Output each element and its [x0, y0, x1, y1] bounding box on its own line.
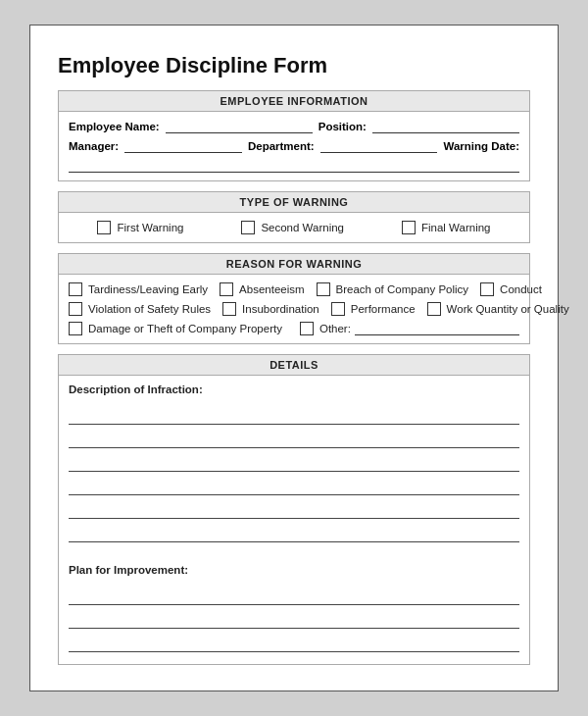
desc-line-4[interactable] — [69, 474, 519, 495]
desc-line-6[interactable] — [69, 521, 519, 542]
employee-name-field[interactable] — [166, 120, 313, 133]
final-warning-label: Final Warning — [421, 222, 491, 233]
desc-line-2[interactable] — [69, 427, 519, 448]
conduct-label: Conduct — [500, 283, 542, 295]
improvement-lines[interactable] — [69, 584, 519, 652]
insubordination-checkbox[interactable] — [222, 302, 236, 316]
description-label: Description of Infraction: — [69, 384, 519, 395]
details-header: DETAILS — [58, 354, 530, 376]
other-checkbox[interactable] — [300, 322, 314, 335]
first-warning-label: First Warning — [117, 222, 183, 233]
description-lines[interactable] — [69, 403, 519, 542]
second-warning-label: Second Warning — [261, 222, 344, 233]
damage-theft-checkbox[interactable] — [69, 322, 82, 335]
form-container: Employee Discipline Form EMPLOYEE INFORM… — [29, 25, 559, 691]
reason-row-1: Tardiness/Leaving Early Absenteeism Brea… — [69, 282, 519, 296]
reason-grid-body: Tardiness/Leaving Early Absenteeism Brea… — [58, 275, 530, 344]
insubordination-label: Insubordination — [242, 303, 319, 315]
damage-theft-item[interactable]: Damage or Theft of Company Property — [69, 322, 282, 335]
final-warning-item[interactable]: Final Warning — [402, 221, 491, 234]
name-position-row: Employee Name: Position: — [69, 120, 519, 133]
absenteeism-label: Absenteeism — [239, 283, 304, 295]
details-section: DETAILS Description of Infraction: Plan … — [58, 354, 530, 665]
warning-options-row: First Warning Second Warning Final Warni… — [58, 213, 530, 243]
work-quality-checkbox[interactable] — [427, 302, 441, 316]
insubordination-item[interactable]: Insubordination — [222, 302, 319, 316]
reason-row-2: Violation of Safety Rules Insubordinatio… — [69, 302, 519, 316]
other-item[interactable]: Other: — [300, 322, 351, 335]
desc-line-5[interactable] — [69, 497, 519, 519]
performance-checkbox[interactable] — [331, 302, 345, 316]
tardiness-item[interactable]: Tardiness/Leaving Early — [69, 282, 208, 296]
breach-checkbox[interactable] — [317, 282, 330, 296]
absenteeism-checkbox[interactable] — [220, 282, 233, 296]
employee-info-section: EMPLOYEE INFORMATION Employee Name: Posi… — [58, 90, 530, 181]
desc-line-3[interactable] — [69, 450, 519, 472]
first-warning-item[interactable]: First Warning — [97, 221, 183, 234]
warning-date-label: Warning Date: — [443, 140, 519, 152]
desc-line-1[interactable] — [69, 403, 519, 425]
second-warning-checkbox[interactable] — [241, 221, 255, 234]
tardiness-checkbox[interactable] — [69, 282, 82, 296]
absenteeism-item[interactable]: Absenteeism — [220, 282, 304, 296]
employee-info-header: EMPLOYEE INFORMATION — [58, 90, 530, 112]
department-field[interactable] — [320, 139, 438, 153]
reason-row-3: Damage or Theft of Company Property Othe… — [69, 322, 519, 335]
breach-item[interactable]: Breach of Company Policy — [317, 282, 469, 296]
manager-field[interactable] — [124, 139, 242, 153]
first-warning-checkbox[interactable] — [97, 221, 111, 234]
safety-rules-label: Violation of Safety Rules — [88, 303, 211, 315]
form-title: Employee Discipline Form — [58, 53, 530, 78]
work-quality-label: Work Quantity or Quality — [447, 303, 569, 315]
conduct-checkbox[interactable] — [480, 282, 494, 296]
other-field[interactable] — [355, 322, 519, 335]
tardiness-label: Tardiness/Leaving Early — [88, 283, 208, 295]
damage-theft-label: Damage or Theft of Company Property — [88, 323, 282, 334]
type-of-warning-section: TYPE OF WARNING First Warning Second War… — [58, 191, 530, 243]
final-warning-checkbox[interactable] — [402, 221, 416, 234]
position-field[interactable] — [372, 120, 519, 133]
other-label: Other: — [319, 323, 351, 334]
warning-date-field[interactable] — [69, 159, 519, 173]
second-warning-item[interactable]: Second Warning — [241, 221, 344, 234]
work-quality-item[interactable]: Work Quantity or Quality — [427, 302, 569, 316]
breach-label: Breach of Company Policy — [336, 283, 469, 295]
reason-for-warning-section: REASON FOR WARNING Tardiness/Leaving Ear… — [58, 253, 530, 344]
employee-name-label: Employee Name: — [69, 121, 160, 132]
performance-item[interactable]: Performance — [331, 302, 416, 316]
position-label: Position: — [318, 121, 367, 132]
type-of-warning-header: TYPE OF WARNING — [58, 191, 530, 213]
improvement-label: Plan for Improvement: — [69, 564, 519, 576]
details-body: Description of Infraction: Plan for Impr… — [58, 376, 530, 665]
imp-line-1[interactable] — [69, 584, 519, 605]
department-label: Department: — [248, 140, 315, 152]
imp-line-2[interactable] — [69, 607, 519, 629]
manager-dept-row: Manager: Department: Warning Date: — [69, 139, 519, 173]
manager-label: Manager: — [69, 140, 119, 152]
conduct-item[interactable]: Conduct — [480, 282, 542, 296]
performance-label: Performance — [351, 303, 416, 315]
employee-info-body: Employee Name: Position: Manager: Depart… — [58, 112, 530, 181]
reason-for-warning-header: REASON FOR WARNING — [58, 253, 530, 275]
imp-line-3[interactable] — [69, 631, 519, 652]
safety-rules-item[interactable]: Violation of Safety Rules — [69, 302, 211, 316]
safety-rules-checkbox[interactable] — [69, 302, 82, 316]
